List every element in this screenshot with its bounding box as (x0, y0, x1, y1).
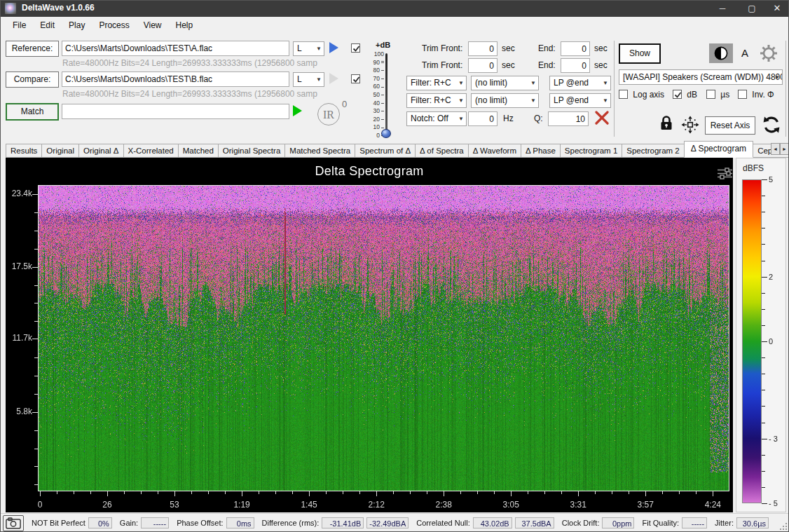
close-button[interactable]: ✕ (764, 0, 789, 17)
tab-original[interactable]: Original (41, 144, 79, 158)
tab-original[interactable]: Original Δ (78, 144, 124, 158)
audio-device-combo[interactable]: [WASAPI] Speakers (Scream (WDM)) 4800(▼ (619, 69, 783, 85)
trim-end-input-2[interactable]: 0 (561, 58, 590, 73)
plot-settings-icon[interactable] (718, 168, 732, 179)
tab-results[interactable]: Results (6, 144, 42, 158)
lock-icon[interactable] (659, 114, 673, 132)
play-match-button[interactable] (293, 105, 302, 116)
trim-front-unit-2: sec (502, 60, 515, 70)
notch-freq-input[interactable]: 0 (468, 111, 498, 126)
limit-combo-2[interactable]: (no limit)▼ (471, 93, 539, 108)
checkbox-log-axis[interactable] (619, 90, 628, 99)
tab-spectrogram-1[interactable]: Spectrogram 1 (560, 144, 622, 158)
status-value-3: -31.41dB (322, 517, 364, 528)
match-button[interactable]: Match (6, 103, 59, 121)
x-tick-3-31: 3:31 (563, 500, 594, 510)
limit-combo-1[interactable]: (no limit)▼ (471, 76, 539, 90)
trim-front-input-1[interactable]: 0 (468, 41, 498, 56)
volume-tick-70: 70 (370, 75, 384, 82)
gear-icon[interactable] (759, 43, 778, 63)
match-input[interactable] (62, 104, 289, 119)
x-tick-1-45: 1:45 (294, 500, 324, 510)
y-tick-17-5k: 17.5k (3, 261, 32, 271)
status-label-7: Clock Drift: (562, 519, 600, 527)
compare-enable-checkbox[interactable] (351, 74, 360, 83)
reference-channel-combo[interactable]: L▼ (293, 41, 324, 56)
status-value-7: 0ppm (602, 517, 634, 528)
tab-scroll-right[interactable]: ► (780, 143, 789, 155)
contrast-toggle[interactable] (709, 43, 733, 63)
volume-tick-20: 20 (370, 116, 384, 123)
maximize-button[interactable]: ▢ (739, 0, 765, 17)
pan-icon[interactable] (681, 116, 699, 134)
tab-matched[interactable]: Matched (178, 144, 219, 158)
tab-of-spectra[interactable]: Δ of Spectra (415, 144, 469, 158)
compare-path-input[interactable]: C:\Users\Marts\Downloads\TEST\B.flac (62, 71, 289, 87)
menu-bar: FileEditPlayProcessViewHelp (0, 17, 789, 34)
menu-file[interactable]: File (6, 17, 33, 34)
status-value-6: 37.5dBA (515, 517, 554, 528)
checkbox-db[interactable] (673, 90, 682, 99)
volume-knob[interactable] (381, 129, 391, 138)
title-bar: DeltaWave v1.0.66 ─ ▢ ✕ (0, 0, 789, 17)
resize-grip[interactable] (779, 522, 788, 531)
colorbar-panel: dBFS 520- 3- 5 (736, 158, 786, 512)
x-tick-3-57: 3:57 (630, 500, 661, 510)
menu-view[interactable]: View (137, 17, 169, 34)
refresh-icon[interactable] (762, 116, 781, 134)
x-tick-4-24: 4:24 (697, 500, 728, 510)
tab-waveform[interactable]: Δ Waveform (468, 144, 521, 158)
trim-front-unit-1: sec (502, 43, 515, 53)
status-value-8: ----- (682, 517, 707, 528)
status-value-1: ----- (141, 517, 169, 528)
compare-button[interactable]: Compare: (6, 71, 59, 88)
clear-notch-icon[interactable] (595, 111, 609, 125)
notch-q-input[interactable]: 10 (548, 111, 589, 126)
reference-path-input[interactable]: C:\Users\Marts\Downloads\TEST\A.flac (62, 41, 289, 56)
reference-button[interactable]: Reference: (6, 41, 59, 57)
notch-combo[interactable]: Notch: Off▼ (406, 111, 467, 126)
volume-tick-80: 80 (370, 67, 384, 74)
play-compare-button[interactable] (329, 73, 338, 84)
checkbox-s[interactable] (706, 90, 715, 99)
tab-matched-spectra[interactable]: Matched Spectra (284, 144, 355, 158)
tab-original-spectra[interactable]: Original Spectra (218, 144, 285, 158)
filter-combo-2[interactable]: Filter: R+C▼ (406, 93, 467, 108)
lp-combo-1[interactable]: LP @end▼ (549, 76, 611, 90)
lp-combo-2[interactable]: LP @end▼ (549, 93, 611, 108)
tab-scroll-left[interactable]: ◄ (771, 143, 780, 155)
trim-end-label-1: End: (538, 43, 556, 53)
chevron-down-icon: ▼ (458, 94, 464, 107)
checkbox-label-db: dB (685, 90, 697, 100)
play-reference-button[interactable] (329, 42, 338, 53)
reference-enable-checkbox[interactable] (351, 43, 360, 53)
menu-play[interactable]: Play (62, 17, 92, 34)
colorbar-tick--3: - 3 (769, 435, 785, 443)
tab-phase[interactable]: Δ Phase (521, 144, 561, 158)
menu-edit[interactable]: Edit (33, 17, 62, 34)
menu-help[interactable]: Help (169, 17, 200, 34)
chevron-down-icon: ▼ (530, 76, 536, 90)
tab-spectrogram[interactable]: Δ Spectrogram (684, 141, 753, 158)
reset-axis-button[interactable]: Reset Axis (705, 116, 755, 135)
status-label-8: Fit Quality: (642, 519, 679, 527)
impulse-response-button[interactable]: IR (317, 103, 340, 125)
compare-channel-combo[interactable]: L▼ (293, 72, 324, 87)
delta-spectrogram-canvas[interactable] (6, 158, 733, 512)
show-button[interactable]: Show (619, 43, 661, 64)
volume-label: +dB (376, 41, 390, 49)
chevron-down-icon: ▼ (458, 112, 464, 125)
checkbox-inv[interactable] (738, 90, 747, 99)
menu-process[interactable]: Process (92, 17, 136, 34)
notch-freq-unit: Hz (503, 114, 514, 123)
tab-spectrogram-2[interactable]: Spectrogram 2 (622, 144, 684, 158)
trim-front-input-2[interactable]: 0 (468, 58, 498, 73)
screenshot-button[interactable] (3, 515, 24, 531)
volume-tick-60: 60 (370, 83, 384, 90)
minimize-button[interactable]: ─ (709, 0, 736, 17)
trim-end-input-1[interactable]: 0 (561, 41, 590, 56)
tab-spectrum-of[interactable]: Spectrum of Δ (355, 144, 416, 158)
tab-x-correlated[interactable]: X-Correlated (123, 144, 179, 158)
filter-combo-1[interactable]: Filter: R+C▼ (406, 76, 467, 90)
font-size-button[interactable]: A (741, 47, 748, 59)
